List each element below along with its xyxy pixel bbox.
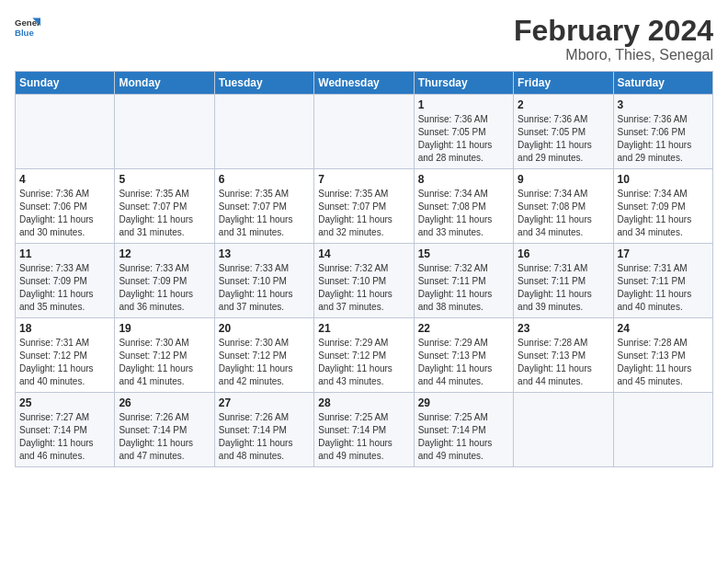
day-info: Sunrise: 7:33 AM Sunset: 7:09 PM Dayligh… — [119, 262, 210, 314]
day-number: 11 — [19, 247, 110, 260]
day-info: Sunrise: 7:29 AM Sunset: 7:13 PM Dayligh… — [418, 337, 509, 388]
calendar-cell: 26Sunrise: 7:26 AM Sunset: 7:14 PM Dayli… — [115, 393, 214, 467]
calendar-cell: 8Sunrise: 7:34 AM Sunset: 7:08 PM Daylig… — [414, 169, 513, 244]
day-number: 16 — [518, 247, 609, 260]
day-number: 18 — [19, 322, 110, 335]
calendar-cell: 11Sunrise: 7:33 AM Sunset: 7:09 PM Dayli… — [16, 244, 115, 318]
week-row-3: 11Sunrise: 7:33 AM Sunset: 7:09 PM Dayli… — [16, 244, 713, 318]
day-info: Sunrise: 7:28 AM Sunset: 7:13 PM Dayligh… — [618, 337, 709, 388]
calendar-cell — [115, 95, 214, 169]
calendar-cell: 28Sunrise: 7:25 AM Sunset: 7:14 PM Dayli… — [314, 393, 414, 467]
calendar-header-row: SundayMondayTuesdayWednesdayThursdayFrid… — [16, 72, 713, 95]
day-info: Sunrise: 7:30 AM Sunset: 7:12 PM Dayligh… — [219, 337, 310, 388]
day-number: 26 — [119, 396, 210, 409]
day-number: 1 — [418, 98, 509, 111]
week-row-5: 25Sunrise: 7:27 AM Sunset: 7:14 PM Dayli… — [16, 393, 713, 467]
col-header-friday: Friday — [514, 72, 613, 95]
day-number: 7 — [318, 173, 409, 186]
day-info: Sunrise: 7:31 AM Sunset: 7:11 PM Dayligh… — [518, 262, 609, 314]
calendar-cell — [214, 95, 313, 169]
day-info: Sunrise: 7:34 AM Sunset: 7:09 PM Dayligh… — [618, 188, 709, 239]
page-header: General Blue February 2024 Mboro, Thies,… — [15, 15, 713, 63]
day-info: Sunrise: 7:33 AM Sunset: 7:09 PM Dayligh… — [19, 262, 110, 314]
calendar-cell: 3Sunrise: 7:36 AM Sunset: 7:06 PM Daylig… — [613, 95, 712, 169]
day-number: 5 — [119, 173, 210, 186]
day-number: 28 — [318, 396, 409, 409]
calendar-cell: 16Sunrise: 7:31 AM Sunset: 7:11 PM Dayli… — [514, 244, 613, 318]
week-row-1: 1Sunrise: 7:36 AM Sunset: 7:05 PM Daylig… — [16, 95, 713, 169]
calendar-cell: 22Sunrise: 7:29 AM Sunset: 7:13 PM Dayli… — [414, 318, 513, 393]
day-number: 12 — [119, 247, 210, 260]
col-header-sunday: Sunday — [16, 72, 115, 95]
day-info: Sunrise: 7:33 AM Sunset: 7:10 PM Dayligh… — [219, 262, 310, 314]
calendar-cell: 19Sunrise: 7:30 AM Sunset: 7:12 PM Dayli… — [115, 318, 214, 393]
day-number: 20 — [219, 322, 310, 335]
day-info: Sunrise: 7:36 AM Sunset: 7:05 PM Dayligh… — [518, 113, 609, 165]
calendar-cell — [314, 95, 414, 169]
day-number: 21 — [318, 322, 409, 335]
col-header-tuesday: Tuesday — [214, 72, 313, 95]
col-header-thursday: Thursday — [414, 72, 513, 95]
day-number: 14 — [318, 247, 409, 260]
day-info: Sunrise: 7:26 AM Sunset: 7:14 PM Dayligh… — [119, 411, 210, 463]
week-row-2: 4Sunrise: 7:36 AM Sunset: 7:06 PM Daylig… — [16, 169, 713, 244]
day-number: 2 — [518, 98, 609, 111]
calendar-cell: 29Sunrise: 7:25 AM Sunset: 7:14 PM Dayli… — [414, 393, 513, 467]
day-info: Sunrise: 7:28 AM Sunset: 7:13 PM Dayligh… — [518, 337, 609, 388]
day-info: Sunrise: 7:29 AM Sunset: 7:12 PM Dayligh… — [318, 337, 409, 388]
calendar-cell: 27Sunrise: 7:26 AM Sunset: 7:14 PM Dayli… — [214, 393, 313, 467]
calendar-cell: 20Sunrise: 7:30 AM Sunset: 7:12 PM Dayli… — [214, 318, 313, 393]
day-info: Sunrise: 7:35 AM Sunset: 7:07 PM Dayligh… — [318, 188, 409, 239]
calendar-cell — [613, 393, 712, 467]
day-info: Sunrise: 7:31 AM Sunset: 7:12 PM Dayligh… — [19, 337, 110, 388]
calendar-cell: 4Sunrise: 7:36 AM Sunset: 7:06 PM Daylig… — [16, 169, 115, 244]
day-info: Sunrise: 7:34 AM Sunset: 7:08 PM Dayligh… — [418, 188, 509, 239]
col-header-wednesday: Wednesday — [314, 72, 414, 95]
calendar-cell: 15Sunrise: 7:32 AM Sunset: 7:11 PM Dayli… — [414, 244, 513, 318]
day-number: 17 — [618, 247, 709, 260]
day-number: 10 — [618, 173, 709, 186]
day-info: Sunrise: 7:32 AM Sunset: 7:11 PM Dayligh… — [418, 262, 509, 314]
day-number: 9 — [518, 173, 609, 186]
week-row-4: 18Sunrise: 7:31 AM Sunset: 7:12 PM Dayli… — [16, 318, 713, 393]
day-number: 22 — [418, 322, 509, 335]
day-info: Sunrise: 7:36 AM Sunset: 7:06 PM Dayligh… — [19, 188, 110, 239]
calendar-cell: 5Sunrise: 7:35 AM Sunset: 7:07 PM Daylig… — [115, 169, 214, 244]
calendar-cell: 14Sunrise: 7:32 AM Sunset: 7:10 PM Dayli… — [314, 244, 414, 318]
calendar-cell: 25Sunrise: 7:27 AM Sunset: 7:14 PM Dayli… — [16, 393, 115, 467]
day-info: Sunrise: 7:30 AM Sunset: 7:12 PM Dayligh… — [119, 337, 210, 388]
day-info: Sunrise: 7:27 AM Sunset: 7:14 PM Dayligh… — [19, 411, 110, 463]
day-number: 25 — [19, 396, 110, 409]
day-info: Sunrise: 7:26 AM Sunset: 7:14 PM Dayligh… — [219, 411, 310, 463]
day-info: Sunrise: 7:35 AM Sunset: 7:07 PM Dayligh… — [219, 188, 310, 239]
day-info: Sunrise: 7:32 AM Sunset: 7:10 PM Dayligh… — [318, 262, 409, 314]
day-info: Sunrise: 7:36 AM Sunset: 7:05 PM Dayligh… — [418, 113, 509, 165]
day-number: 15 — [418, 247, 509, 260]
calendar-cell: 10Sunrise: 7:34 AM Sunset: 7:09 PM Dayli… — [613, 169, 712, 244]
day-number: 23 — [518, 322, 609, 335]
day-info: Sunrise: 7:35 AM Sunset: 7:07 PM Dayligh… — [119, 188, 210, 239]
day-number: 24 — [618, 322, 709, 335]
calendar-cell: 23Sunrise: 7:28 AM Sunset: 7:13 PM Dayli… — [514, 318, 613, 393]
day-info: Sunrise: 7:34 AM Sunset: 7:08 PM Dayligh… — [518, 188, 609, 239]
col-header-monday: Monday — [115, 72, 214, 95]
svg-text:Blue: Blue — [15, 28, 34, 38]
calendar-cell: 7Sunrise: 7:35 AM Sunset: 7:07 PM Daylig… — [314, 169, 414, 244]
day-info: Sunrise: 7:25 AM Sunset: 7:14 PM Dayligh… — [418, 411, 509, 463]
day-info: Sunrise: 7:31 AM Sunset: 7:11 PM Dayligh… — [618, 262, 709, 314]
calendar-cell — [16, 95, 115, 169]
day-number: 3 — [618, 98, 709, 111]
title-block: February 2024 Mboro, Thies, Senegal — [514, 15, 713, 63]
day-info: Sunrise: 7:36 AM Sunset: 7:06 PM Dayligh… — [618, 113, 709, 165]
calendar-cell: 24Sunrise: 7:28 AM Sunset: 7:13 PM Dayli… — [613, 318, 712, 393]
calendar-cell: 2Sunrise: 7:36 AM Sunset: 7:05 PM Daylig… — [514, 95, 613, 169]
calendar-table: SundayMondayTuesdayWednesdayThursdayFrid… — [15, 71, 713, 467]
calendar-cell — [514, 393, 613, 467]
page-title: February 2024 — [514, 15, 713, 47]
day-number: 29 — [418, 396, 509, 409]
calendar-cell: 1Sunrise: 7:36 AM Sunset: 7:05 PM Daylig… — [414, 95, 513, 169]
day-number: 13 — [219, 247, 310, 260]
day-number: 27 — [219, 396, 310, 409]
col-header-saturday: Saturday — [613, 72, 712, 95]
logo: General Blue — [15, 15, 40, 40]
